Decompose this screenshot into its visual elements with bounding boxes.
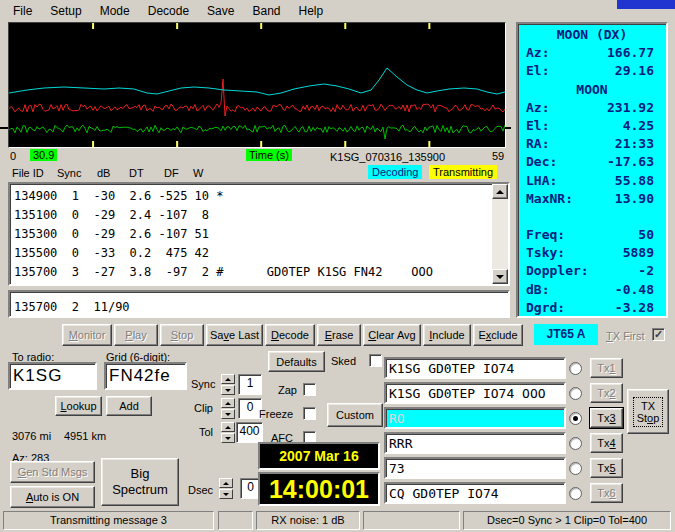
save-last-button[interactable]: Save Last — [206, 324, 263, 346]
tx-message-field-4[interactable] — [384, 432, 566, 454]
decode-button[interactable]: Decode — [265, 324, 315, 346]
clip-down-icon[interactable] — [221, 409, 235, 419]
moon-row-az: Az:166.77 — [518, 45, 666, 63]
clear-avg-button[interactable]: Clear Avg — [363, 324, 421, 346]
moon-row-lha: LHA:55.88 — [518, 173, 666, 191]
average-message: 135700 2 11/90 — [14, 300, 130, 314]
gen-std-msgs-button[interactable]: Gen Std Msgs — [10, 461, 95, 483]
tx-message-field-5[interactable] — [384, 457, 566, 479]
sync-up-icon[interactable] — [221, 374, 235, 384]
right-axis-tick — [505, 127, 511, 129]
distance-km: 4951 km — [64, 430, 106, 442]
scroll-down-icon[interactable] — [492, 269, 508, 284]
spectrum-graph[interactable] — [8, 22, 506, 148]
sync-value[interactable]: 1 — [238, 374, 262, 395]
moon-row-doppler: Doppler:-2 — [518, 263, 666, 281]
sync-down-icon[interactable] — [221, 385, 235, 395]
decode-col-db: dB — [97, 167, 110, 179]
tx-select-radio-6[interactable] — [569, 487, 582, 500]
wav-file-label: K1SG_070316_135900 — [330, 151, 445, 163]
status-panel-2 — [218, 511, 253, 530]
tx-stop-button[interactable]: TXStop — [627, 389, 669, 434]
dsec-up-icon[interactable] — [219, 478, 233, 488]
decode-scrollbar[interactable] — [492, 184, 508, 284]
tx3-button[interactable]: Tx 3 — [590, 408, 623, 428]
transmitting-status-badge: Transmitting — [429, 165, 497, 179]
menu-item-save[interactable]: Save — [198, 1, 243, 21]
status-panel-1: Transmitting message 3 — [3, 511, 214, 530]
lookup-button[interactable]: Lookup — [55, 396, 102, 416]
clip-stepper[interactable] — [221, 398, 235, 419]
average-text-area[interactable]: 135700 2 11/90 — [8, 290, 510, 318]
scroll-up-icon[interactable] — [492, 184, 508, 199]
tx-select-radio-4[interactable] — [569, 437, 582, 450]
tol-label: Tol — [199, 426, 213, 438]
menu-item-file[interactable]: File — [4, 1, 41, 21]
moon-row-freq: Freq:50 — [518, 227, 666, 245]
tx6-button[interactable]: Tx 6 — [590, 483, 623, 503]
freeze-label: Freeze — [259, 408, 293, 420]
clip-up-icon[interactable] — [221, 398, 235, 408]
play-button[interactable]: Play — [114, 324, 158, 346]
tx-first-checkbox[interactable]: ✓ — [652, 328, 665, 341]
left-axis-tick — [0, 127, 8, 129]
decoding-status-badge: Decoding — [368, 165, 422, 179]
sked-checkbox[interactable] — [369, 354, 382, 367]
dsec-down-icon[interactable] — [219, 489, 233, 499]
tx1-button[interactable]: Tx 1 — [590, 358, 623, 378]
tx2-button[interactable]: Tx 2 — [590, 383, 623, 403]
tx-select-radio-1[interactable] — [569, 362, 582, 375]
moon-row-el: El:4.25 — [518, 118, 666, 136]
freeze-checkbox[interactable] — [303, 407, 316, 420]
decoded-messages: 134900 1 -30 2.6 -525 10 * 135100 0 -29 … — [14, 187, 433, 282]
time-axis-start-label: 0 — [10, 150, 16, 162]
time-axis-end-label: 59 — [492, 150, 504, 162]
to-radio-input[interactable] — [8, 362, 97, 390]
tol-down-icon[interactable] — [221, 433, 235, 443]
decode-col-w: W — [193, 167, 203, 179]
exclude-button[interactable]: Exclude — [473, 324, 523, 346]
grid-input[interactable] — [104, 362, 187, 390]
big-spectrum-button[interactable]: BigSpectrum — [101, 458, 179, 506]
tx-select-radio-3[interactable] — [569, 412, 582, 425]
add-button[interactable]: Add — [106, 396, 152, 416]
tol-value[interactable]: 400 — [236, 422, 263, 443]
tx-message-field-6[interactable] — [384, 482, 566, 504]
menu-item-decode[interactable]: Decode — [139, 1, 198, 21]
custom-button[interactable]: Custom — [327, 403, 383, 427]
tol-up-icon[interactable] — [221, 422, 235, 432]
sync-stepper[interactable] — [221, 374, 235, 395]
zap-checkbox[interactable] — [303, 383, 316, 396]
menu-bar: FileSetupModeDecodeSaveBandHelp — [0, 0, 675, 22]
erase-button[interactable]: Erase — [317, 324, 361, 346]
dsec-label: Dsec — [188, 484, 213, 496]
tx-select-radio-2[interactable] — [569, 387, 582, 400]
menu-item-help[interactable]: Help — [290, 1, 333, 21]
decode-text-area[interactable]: 134900 1 -30 2.6 -525 10 * 135100 0 -29 … — [8, 182, 510, 286]
moon-panel-header: MOON — [518, 82, 666, 100]
zap-label: Zap — [278, 384, 297, 396]
decode-col-file-id: File ID — [12, 167, 44, 179]
tx-message-field-3[interactable] — [384, 407, 566, 429]
monitor-button[interactable]: Monitor — [62, 324, 112, 346]
auto-button[interactable]: Auto is ON — [10, 486, 95, 508]
tx4-button[interactable]: Tx 4 — [590, 433, 623, 453]
include-button[interactable]: Include — [423, 324, 471, 346]
menu-item-mode[interactable]: Mode — [91, 1, 139, 21]
decode-col-sync: Sync — [57, 167, 81, 179]
tol-stepper[interactable] — [221, 422, 235, 443]
date-display: 2007 Mar 16 — [258, 442, 380, 470]
titlebar-corner — [617, 0, 675, 9]
tx-message-field-1[interactable] — [384, 357, 566, 379]
tx-select-radio-5[interactable] — [569, 462, 582, 475]
tx-message-field-2[interactable] — [384, 382, 566, 404]
tx5-button[interactable]: Tx 5 — [590, 458, 623, 478]
moon-row-blank — [518, 209, 666, 227]
moon-row-dec: Dec:-17.63 — [518, 154, 666, 172]
stop-button[interactable]: Stop — [160, 324, 204, 346]
menu-item-band[interactable]: Band — [243, 1, 289, 21]
defaults-button[interactable]: Defaults — [268, 351, 325, 372]
menu-item-setup[interactable]: Setup — [41, 1, 90, 21]
dsec-stepper[interactable] — [219, 478, 233, 499]
moon-row-tsky: Tsky:5889 — [518, 245, 666, 263]
